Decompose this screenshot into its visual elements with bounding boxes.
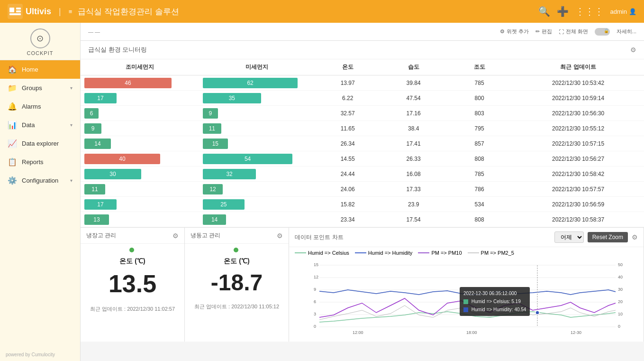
humid-cell: 16.08	[381, 167, 446, 182]
detail-btn[interactable]: 자세히...	[617, 28, 636, 35]
table-row: 172515.8223.95342022/12/30 10:56:59	[81, 197, 644, 212]
temp-cell: 13.97	[315, 75, 381, 91]
legend-item: PM => PM2_5	[468, 250, 514, 256]
col-updated: 최근 업데이트	[512, 59, 644, 75]
table-row: 91111.6538.47952022/12/30 10:55:12	[81, 121, 644, 136]
legend-label: Humid => Celsius	[308, 250, 349, 256]
groups-icon: 📁	[8, 83, 17, 93]
nav-label-home: Home	[22, 66, 73, 73]
svg-text:40: 40	[618, 275, 623, 279]
freezer-settings-icon[interactable]: ⚙	[277, 232, 283, 240]
chart-legend: Humid => CelsiusHumid => HumidityPM => P…	[289, 247, 644, 259]
cockpit-label: COCKPIT	[27, 50, 54, 56]
header-divider: |	[59, 7, 61, 17]
tooltip-celsius: Humid => Celsius: 5.19	[463, 297, 526, 305]
chart-panel-header: 데이터 포인트 차트 어제 Reset Zoom ⚙	[289, 228, 644, 247]
nav-label-data: Data	[22, 121, 65, 129]
lock-toggle[interactable]	[595, 28, 610, 36]
updated-cell: 2022/12/30 10:56:30	[512, 106, 644, 121]
fridge-status-dot	[129, 248, 134, 252]
table-row: 17356.2247.548002022/12/30 10:59:14	[81, 91, 644, 106]
add-icon[interactable]: ➕	[557, 6, 569, 17]
sidebar-item-data[interactable]: 📊 Data ▾	[0, 116, 80, 134]
pm10-cell: 9	[199, 106, 315, 121]
temp-cell: 14.55	[315, 151, 381, 167]
search-icon[interactable]: 🔍	[538, 6, 550, 17]
updated-cell: 2022/12/30 10:56:27	[512, 151, 644, 167]
svg-text:0: 0	[618, 324, 620, 329]
legend-line	[418, 252, 429, 253]
pm25-cell: 40	[81, 151, 199, 167]
freezer-status-dot	[234, 248, 238, 252]
lux-cell: 786	[446, 182, 512, 197]
updated-cell: 2022/12/30 10:58:42	[512, 167, 644, 182]
content-body: 급식실 환경 모니터링 ⚙ 조미세먼지 미세먼지 온도 습도 조도 최근 업데이…	[81, 41, 644, 361]
fridge-temp-value: 13.5	[109, 269, 156, 298]
sidebar-item-groups[interactable]: 📁 Groups ▾	[0, 79, 80, 97]
fridge-settings-icon[interactable]: ⚙	[172, 232, 179, 240]
freezer-panel-content: 온도 (℃) -18.7 최근 업데이트 : 2022/12/30 11:05:…	[185, 244, 289, 314]
pm25-cell: 9	[81, 121, 199, 136]
col-humid: 습도	[381, 59, 446, 75]
temp-cell: 6.22	[315, 91, 381, 106]
pm10-cell: 15	[199, 136, 315, 151]
col-pm10: 미세먼지	[199, 59, 315, 75]
apps-icon[interactable]: ⋮⋮⋮	[575, 6, 604, 17]
svg-point-27	[535, 311, 539, 315]
pm10-cell: 11	[199, 121, 315, 136]
chart-area: 15 12 9 6 3 0 50 40 30 20 10 0	[289, 259, 644, 342]
svg-text:10: 10	[618, 312, 623, 316]
sidebar-item-reports[interactable]: 📋 Reports	[0, 153, 80, 171]
edit-btn[interactable]: ✏ 편집	[535, 28, 552, 35]
pm10-cell: 14	[199, 212, 315, 227]
pm25-cell: 46	[81, 75, 199, 91]
chart-date-select[interactable]: 어제	[554, 231, 584, 243]
nav-label-data-explorer: Data explorer	[22, 140, 73, 147]
data-icon: 📊	[8, 120, 17, 130]
pm25-cell: 30	[81, 167, 199, 182]
configuration-icon: ⚙️	[8, 176, 17, 185]
nav-label-reports: Reports	[22, 158, 73, 166]
freezer-last-update: 최근 업데이트 : 2022/12/30 11:05:12	[194, 303, 279, 310]
updated-cell: 2022/12/30 10:57:57	[512, 182, 644, 197]
temp-cell: 24.06	[315, 182, 381, 197]
table-row: 6932.5717.168032022/12/30 10:56:30	[81, 106, 644, 121]
svg-rect-4	[9, 13, 21, 15]
lux-cell: 808	[446, 212, 512, 227]
user-menu[interactable]: admin 👤	[610, 8, 636, 15]
lux-cell: 785	[446, 75, 512, 91]
svg-rect-2	[16, 8, 21, 9]
chart-settings-icon[interactable]: ⚙	[632, 233, 638, 241]
app-header: Ultivis | ≡ 급식실 작업환경관리 솔루션 🔍 ➕ ⋮⋮⋮ admin…	[0, 0, 644, 23]
table-row: 141526.3417.418572022/12/30 10:57:15	[81, 136, 644, 151]
reset-zoom-button[interactable]: Reset Zoom	[588, 232, 628, 242]
bottom-panels: 냉장고 관리 ⚙ 온도 (℃) 13.5 최근 업데이트 : 2022/12/3…	[81, 227, 644, 342]
legend-item: PM => PM10	[418, 250, 462, 256]
add-widget-btn[interactable]: ⚙ 위젯 추가	[500, 28, 529, 35]
content-area: — — ⚙ 위젯 추가 ✏ 편집 ⛶ 전체 화면 자세히...	[81, 23, 644, 361]
pm10-cell: 32	[199, 167, 315, 182]
fullscreen-btn[interactable]: ⛶ 전체 화면	[559, 28, 588, 35]
groups-expand-icon: ▾	[70, 85, 73, 91]
sidebar-item-alarms[interactable]: 🔔 Alarms	[0, 97, 80, 116]
pm25-cell: 11	[81, 182, 199, 197]
sidebar-item-configuration[interactable]: ⚙️ Configuration ▾	[0, 171, 80, 190]
temp-cell: 26.34	[315, 136, 381, 151]
legend-label: PM => PM2_5	[481, 250, 514, 256]
humid-cell: 17.41	[381, 136, 446, 151]
sidebar-item-data-explorer[interactable]: 📈 Data explorer	[0, 134, 80, 153]
monitor-settings-icon[interactable]: ⚙	[630, 46, 636, 54]
lux-cell: 800	[446, 91, 512, 106]
updated-cell: 2022/12/30 10:53:42	[512, 75, 644, 91]
svg-text:20: 20	[618, 299, 623, 304]
legend-item: Humid => Celsius	[295, 250, 349, 256]
svg-text:12: 12	[314, 275, 318, 279]
lux-cell: 857	[446, 136, 512, 151]
data-expand-icon: ▾	[70, 122, 73, 128]
pm25-cell: 13	[81, 212, 199, 227]
sidebar-item-home[interactable]: 🏠 Home	[0, 60, 80, 79]
content-toolbar: — — ⚙ 위젯 추가 ✏ 편집 ⛶ 전체 화면 자세히...	[81, 23, 644, 41]
table-row: 466213.9739.847852022/12/30 10:53:42	[81, 75, 644, 91]
updated-cell: 2022/12/30 10:56:59	[512, 197, 644, 212]
pm10-cell: 25	[199, 197, 315, 212]
